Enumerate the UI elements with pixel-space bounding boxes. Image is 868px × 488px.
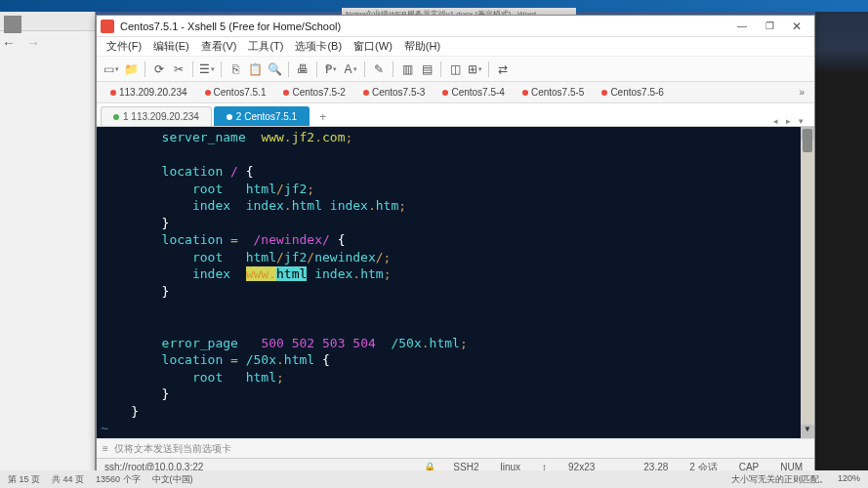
properties-button[interactable]: ☰ <box>198 61 216 78</box>
print-button[interactable]: 🖶 <box>294 61 311 78</box>
code: ; <box>307 182 314 196</box>
forward-icon[interactable]: → <box>26 35 44 53</box>
code <box>284 336 292 350</box>
conn-label: Centos7.5-2 <box>292 87 345 98</box>
separator <box>440 61 441 77</box>
code: = <box>230 352 238 367</box>
code: root html <box>101 182 276 196</box>
menu-file[interactable]: 文件(F) <box>101 37 147 56</box>
terminal[interactable]: server_name www.jf2.com; location / { ro… <box>97 127 814 438</box>
code-highlight: www <box>246 266 269 281</box>
code: index index <box>101 198 284 213</box>
overflow-arrow-icon[interactable]: » <box>795 87 808 98</box>
tab-left-icon[interactable]: ◂ <box>770 116 781 126</box>
tile-v-button[interactable]: ▤ <box>418 61 435 78</box>
conn-tab-3[interactable]: Centos7.5-2 <box>275 85 352 100</box>
code: / <box>307 250 314 264</box>
code: ; <box>276 370 284 385</box>
titlebar[interactable]: Centos7.5.1 - Xshell 5 (Free for Home/Sc… <box>97 16 814 37</box>
add-tab-button[interactable]: + <box>311 108 334 126</box>
code: location <box>101 164 230 179</box>
disconnect-button[interactable]: ✂ <box>170 61 187 78</box>
code: html index <box>292 198 368 213</box>
status-dot-icon <box>601 90 607 96</box>
layout-button[interactable]: ⊞ <box>466 61 483 78</box>
code: /50x <box>391 336 421 350</box>
conn-label: Centos7.5-6 <box>610 87 663 98</box>
new-session-button[interactable]: ▭ <box>103 61 120 78</box>
blank-line <box>101 146 810 164</box>
code-highlight: . <box>269 266 276 281</box>
blank-line <box>101 317 810 335</box>
code: . <box>314 130 322 144</box>
code: www <box>261 130 283 144</box>
font-button[interactable]: Ᵽ <box>322 61 340 78</box>
conn-label: 113.209.20.234 <box>119 87 187 98</box>
code: 504 <box>352 336 375 350</box>
conn-tab-1[interactable]: 113.209.20.234 <box>103 85 195 100</box>
status-dot-icon <box>442 90 448 96</box>
menu-tabs[interactable]: 选项卡(B) <box>289 37 348 56</box>
copy-button[interactable]: ⎘ <box>227 61 244 78</box>
code: 500 <box>261 336 283 350</box>
highlight-button[interactable]: ✎ <box>370 61 388 78</box>
separator <box>288 61 289 77</box>
tile-h-button[interactable]: ▥ <box>398 61 416 78</box>
menu-window[interactable]: 窗口(W) <box>348 37 398 56</box>
conn-tab-7[interactable]: Centos7.5-6 <box>594 85 671 100</box>
code: / <box>230 164 238 179</box>
blank-line <box>101 300 810 317</box>
scroll-thumb[interactable] <box>803 129 812 152</box>
code: . <box>276 352 284 367</box>
menu-tools[interactable]: 工具(T) <box>242 37 289 56</box>
tab-menu-icon[interactable]: ▾ <box>796 116 806 126</box>
open-session-button[interactable]: 📁 <box>122 61 140 78</box>
footer-text: 大小写无关的正则匹配。 <box>731 473 828 486</box>
conn-tab-4[interactable]: Centos7.5-3 <box>355 85 433 100</box>
conn-tab-6[interactable]: Centos7.5-5 <box>515 85 592 100</box>
session-tab-active[interactable]: 2 Centos7.5.1 <box>214 106 310 126</box>
code: { <box>322 352 330 367</box>
os-statusbar-blur: 第 15 页 共 44 页 13560 个字 中文(中国) 大小写无关的正则匹配… <box>0 470 868 488</box>
tab-right-icon[interactable]: ▸ <box>783 116 794 126</box>
find-button[interactable]: 🔍 <box>266 61 283 78</box>
conn-tab-5[interactable]: Centos7.5-4 <box>434 85 512 100</box>
menu-help[interactable]: 帮助(H) <box>398 37 446 56</box>
code: index <box>101 266 246 281</box>
code: server_name <box>101 130 261 144</box>
minimize-button[interactable]: — <box>728 18 756 35</box>
tab-label: 2 Centos7.5.1 <box>236 111 297 122</box>
page-total: 共 44 页 <box>52 473 84 486</box>
status-dot-icon <box>522 90 528 96</box>
send-menu-icon[interactable]: ≡ <box>103 443 108 454</box>
xftp-button[interactable]: ⇄ <box>494 61 512 78</box>
send-hint: 仅将文本发送到当前选项卡 <box>114 442 231 456</box>
maximize-button[interactable]: ❐ <box>756 18 783 35</box>
code: { <box>330 232 346 247</box>
word-count: 13560 个字 <box>96 473 141 486</box>
conn-tab-2[interactable]: Centos7.5.1 <box>197 85 274 100</box>
session-tab-1[interactable]: 1 113.209.20.234 <box>101 106 212 126</box>
scroll-down-icon[interactable]: ▼ <box>801 425 814 438</box>
window-title: Centos7.5.1 - Xshell 5 (Free for Home/Sc… <box>120 20 728 32</box>
close-button[interactable]: ✕ <box>783 18 810 35</box>
code: } <box>101 404 139 419</box>
send-bar[interactable]: ≡ 仅将文本发送到当前选项卡 <box>97 438 814 458</box>
code: /50x <box>246 352 276 367</box>
status-dot-icon <box>227 114 232 120</box>
scrollbar[interactable]: ▲ ▼ <box>801 127 814 438</box>
right-panel-blur <box>815 12 868 476</box>
menu-edit[interactable]: 编辑(E) <box>147 37 195 56</box>
code: ; <box>384 266 392 281</box>
tunnel-button[interactable]: ◫ <box>446 61 464 78</box>
paste-button[interactable]: 📋 <box>246 61 264 78</box>
menu-view[interactable]: 查看(V) <box>195 37 243 56</box>
reconnect-button[interactable]: ⟳ <box>150 61 168 78</box>
code: } <box>101 386 169 401</box>
code: ; <box>460 336 468 350</box>
connection-bar: 113.209.20.234 Centos7.5.1 Centos7.5-2 C… <box>97 82 814 103</box>
color-button[interactable]: A <box>342 61 359 78</box>
code: location <box>101 352 230 367</box>
code: } <box>101 216 169 230</box>
back-icon[interactable]: ← <box>2 35 20 53</box>
